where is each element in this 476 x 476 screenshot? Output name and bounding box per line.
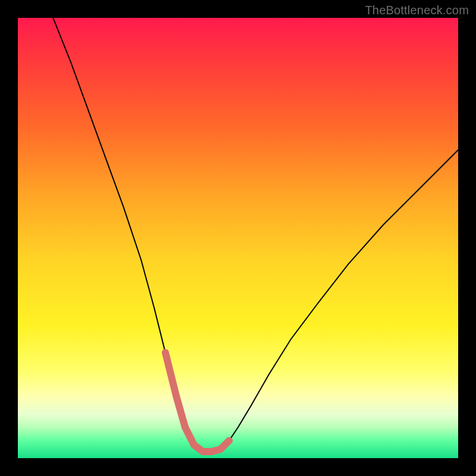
bottleneck-curve xyxy=(53,18,458,452)
low-bottleneck-band xyxy=(165,352,229,452)
plot-area xyxy=(18,18,458,458)
curve-svg xyxy=(18,18,458,458)
chart-stage: TheBottleneck.com xyxy=(0,0,476,476)
watermark-text: TheBottleneck.com xyxy=(365,4,469,17)
